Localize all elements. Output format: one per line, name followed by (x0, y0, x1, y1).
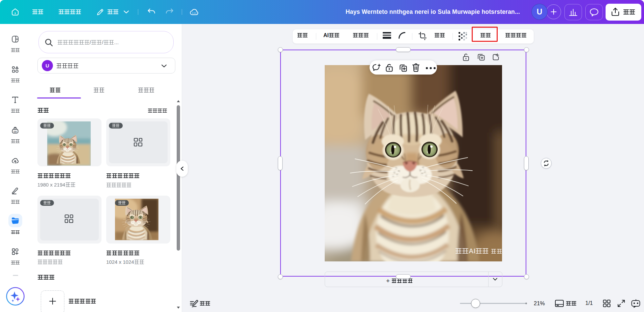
svg-text:co: co (14, 130, 17, 133)
